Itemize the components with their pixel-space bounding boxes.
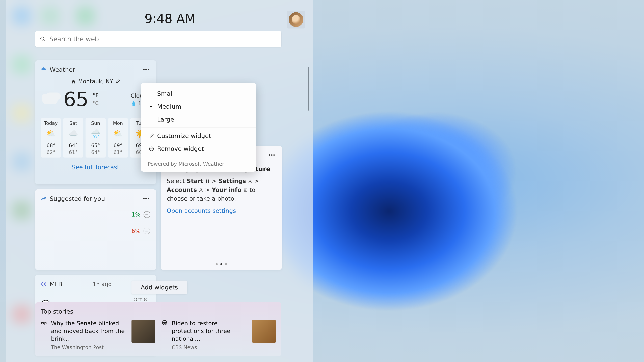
- weather-widget: Weather Montauk, NY 65 °F °C Cloudy: [35, 60, 156, 184]
- mlb-title: MLB: [50, 281, 62, 288]
- weather-more-button[interactable]: [142, 65, 150, 74]
- svg-point-3: [146, 69, 147, 70]
- home-icon: [71, 79, 76, 84]
- selected-indicator-icon: [150, 106, 152, 107]
- more-horizontal-icon: [269, 154, 275, 156]
- panel-scrollbar[interactable]: [308, 67, 309, 111]
- svg-point-19: [250, 181, 251, 182]
- menu-separator: [141, 157, 256, 157]
- add-stock-button[interactable]: +: [144, 228, 150, 234]
- see-full-forecast-link[interactable]: See full forecast: [72, 164, 119, 171]
- droplet-icon: 💧: [131, 100, 136, 106]
- menu-item-medium[interactable]: Medium: [141, 100, 256, 113]
- add-widgets-button[interactable]: Add widgets: [131, 281, 187, 294]
- svg-rect-18: [208, 181, 209, 183]
- stocks-icon: [41, 196, 46, 201]
- story-source: CBS News: [172, 345, 248, 350]
- cloud-icon: [41, 92, 59, 106]
- profile-avatar-button[interactable]: [287, 11, 305, 28]
- desktop-wallpaper: [268, 64, 570, 332]
- current-temp: 65: [64, 88, 88, 111]
- more-horizontal-icon: [143, 68, 149, 70]
- tips-more-button[interactable]: [268, 151, 276, 159]
- suggested-widget: Suggested for you 1% + 6% +: [35, 189, 156, 270]
- search-icon: [40, 36, 46, 42]
- windows-start-icon: [205, 179, 210, 183]
- svg-rect-21: [244, 189, 247, 191]
- mlb-updated-ago: 1h ago: [92, 281, 112, 287]
- menu-item-customize[interactable]: Customize widget: [141, 129, 256, 142]
- stock-change-up: 1%: [132, 211, 140, 218]
- weather-title: Weather: [50, 66, 75, 73]
- avatar-icon: [289, 12, 304, 27]
- sports-icon: [41, 281, 46, 287]
- partly-sunny-icon: ⛅: [42, 128, 60, 138]
- svg-point-13: [271, 154, 272, 156]
- svg-point-20: [200, 189, 202, 190]
- svg-point-14: [273, 154, 275, 156]
- svg-point-25: [162, 322, 167, 324]
- widget-size-context-menu: Small Medium Large Customize widget Remo…: [141, 83, 256, 172]
- story-thumbnail: [132, 320, 155, 343]
- top-stories-section: Top stories wp Why the Senate blinked an…: [35, 302, 282, 356]
- svg-rect-17: [206, 181, 207, 183]
- story-source: The Washington Post: [51, 345, 128, 350]
- svg-rect-16: [208, 179, 209, 181]
- story-headline: Biden to restore protections for three n…: [172, 320, 248, 343]
- rain-icon: 🌧️: [86, 128, 104, 138]
- svg-point-4: [148, 69, 149, 70]
- svg-text:wp: wp: [41, 321, 46, 325]
- person-icon: [199, 188, 203, 192]
- game-date: Oct 8: [121, 297, 147, 303]
- menu-item-large[interactable]: Large: [141, 113, 256, 126]
- stock-row[interactable]: 1% +: [41, 211, 150, 218]
- menu-item-small[interactable]: Small: [141, 87, 256, 100]
- svg-point-22: [244, 189, 245, 190]
- suggested-title: Suggested for you: [50, 195, 105, 202]
- forecast-day[interactable]: Today⛅68°62°: [41, 118, 61, 158]
- wapo-source-icon: wp: [41, 320, 47, 326]
- forecast-day[interactable]: Mon⛅69°61°: [108, 118, 128, 158]
- search-bar[interactable]: [35, 31, 282, 47]
- forecast-day[interactable]: Sat☁️64°61°: [63, 118, 83, 158]
- open-accounts-settings-link[interactable]: Open accounts settings: [167, 207, 236, 214]
- add-stock-button[interactable]: +: [144, 211, 150, 218]
- tips-body: Select Start > Settings > Accounts > You…: [167, 177, 276, 203]
- story-item[interactable]: wp Why the Senate blinked and moved back…: [41, 320, 155, 350]
- suggested-more-button[interactable]: [142, 194, 150, 203]
- story-item[interactable]: Biden to restore protections for three n…: [162, 320, 276, 350]
- search-input[interactable]: [49, 35, 277, 43]
- top-stories-title: Top stories: [41, 308, 276, 315]
- menu-footer-text: Powered by Microsoft Weather: [141, 159, 256, 168]
- partly-sunny-icon: ⛅: [109, 128, 127, 138]
- cbs-source-icon: [162, 320, 168, 326]
- svg-point-8: [42, 282, 46, 286]
- svg-point-6: [146, 198, 147, 199]
- unit-fahrenheit[interactable]: °F: [92, 92, 98, 99]
- svg-line-1: [44, 40, 44, 41]
- id-icon: [243, 188, 248, 192]
- cloudy-icon: ☁️: [64, 128, 82, 138]
- unit-celsius[interactable]: °C: [92, 100, 98, 106]
- svg-point-7: [148, 198, 149, 199]
- tips-pagination-dots[interactable]: [161, 263, 282, 265]
- gear-icon: [248, 179, 252, 183]
- widgets-panel: 9:48 AM Weather Montauk, NY: [6, 0, 313, 362]
- svg-point-2: [143, 69, 144, 70]
- stock-change-down: 6%: [132, 228, 140, 234]
- svg-point-5: [143, 198, 144, 199]
- svg-point-0: [40, 37, 44, 40]
- svg-point-12: [269, 154, 270, 156]
- weather-icon: [41, 67, 46, 72]
- story-headline: Why the Senate blinked and moved back fr…: [51, 320, 128, 343]
- more-horizontal-icon: [143, 198, 149, 200]
- edit-location-icon[interactable]: [116, 79, 120, 84]
- menu-item-remove[interactable]: Remove widget: [141, 142, 256, 155]
- panel-clock: 9:48 AM: [144, 11, 196, 26]
- svg-rect-15: [206, 179, 207, 181]
- forecast-row: Today⛅68°62° Sat☁️64°61° Sun🌧️65°64° Mon…: [41, 118, 150, 158]
- pencil-icon: [149, 133, 154, 139]
- forecast-day[interactable]: Sun🌧️65°64°: [86, 118, 106, 158]
- stock-row[interactable]: 6% +: [41, 228, 150, 234]
- remove-icon: [149, 146, 154, 151]
